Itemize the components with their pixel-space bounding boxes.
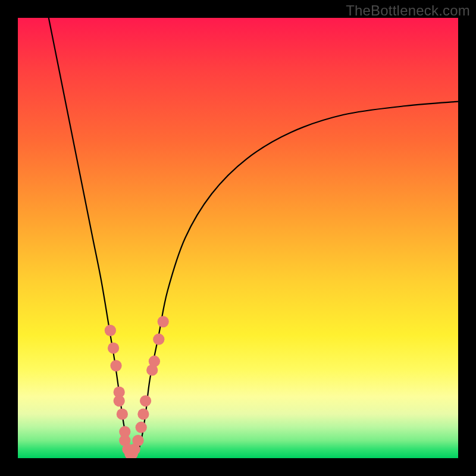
marker-dot bbox=[158, 316, 169, 327]
marker-dot bbox=[149, 356, 160, 367]
marker-dot bbox=[114, 395, 125, 406]
chart-frame: TheBottleneck.com bbox=[0, 0, 476, 476]
marker-dot-group bbox=[105, 316, 169, 458]
v-curve-line bbox=[49, 18, 458, 458]
marker-dot bbox=[137, 408, 149, 419]
curve-svg bbox=[18, 18, 458, 458]
marker-dot bbox=[140, 395, 151, 406]
marker-dot bbox=[108, 342, 119, 353]
plot-area bbox=[18, 18, 458, 458]
marker-dot bbox=[153, 334, 164, 345]
marker-dot bbox=[136, 422, 147, 433]
marker-dot bbox=[117, 408, 128, 419]
marker-dot bbox=[132, 435, 143, 446]
marker-dot bbox=[105, 325, 116, 336]
watermark-text: TheBottleneck.com bbox=[346, 2, 470, 19]
marker-dot bbox=[110, 360, 121, 371]
